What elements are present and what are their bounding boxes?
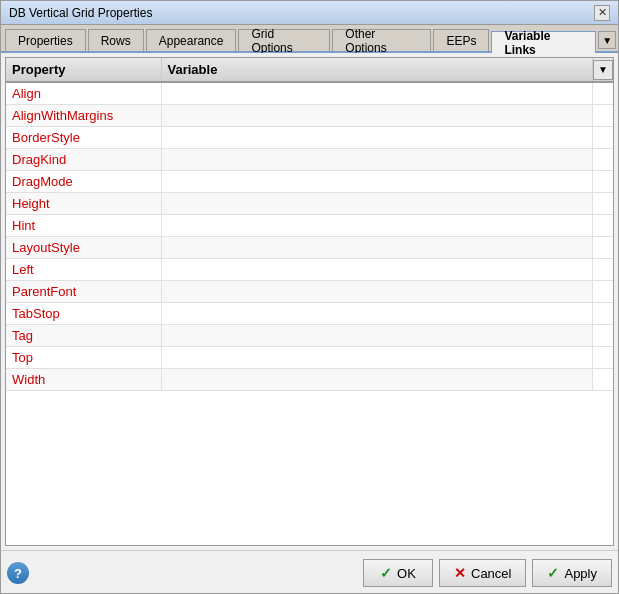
table-row: TabStop — [6, 303, 613, 325]
variable-cell[interactable] — [161, 237, 593, 259]
variable-cell[interactable] — [161, 82, 593, 105]
tabs-bar: Properties Rows Appearance Grid Options … — [1, 25, 618, 53]
table-row: Tag — [6, 325, 613, 347]
table-row: Width — [6, 369, 613, 391]
property-cell: Align — [6, 82, 161, 105]
variable-cell[interactable] — [161, 369, 593, 391]
property-cell: Tag — [6, 325, 161, 347]
properties-table-container: Property Variable ▼ Align — [5, 57, 614, 546]
apply-label: Apply — [564, 566, 597, 581]
window-title: DB Vertical Grid Properties — [9, 6, 152, 20]
ok-button[interactable]: ✓ OK — [363, 559, 433, 587]
table-row: Top — [6, 347, 613, 369]
tab-variable-links[interactable]: Variable Links — [491, 31, 596, 53]
variable-cell[interactable] — [161, 127, 593, 149]
tab-eeps[interactable]: EEPs — [433, 29, 489, 51]
variable-cell[interactable] — [161, 347, 593, 369]
table-row: Align — [6, 82, 613, 105]
property-cell: BorderStyle — [6, 127, 161, 149]
variable-cell[interactable] — [161, 193, 593, 215]
apply-button[interactable]: ✓ Apply — [532, 559, 612, 587]
table-row: DragKind — [6, 149, 613, 171]
property-cell: Height — [6, 193, 161, 215]
variable-cell[interactable] — [161, 149, 593, 171]
cancel-label: Cancel — [471, 566, 511, 581]
variable-cell[interactable] — [161, 259, 593, 281]
variable-cell[interactable] — [161, 171, 593, 193]
apply-checkmark-icon: ✓ — [547, 565, 559, 581]
column-header-dropdown: ▼ — [593, 58, 614, 82]
footer-right: ✓ OK ✕ Cancel ✓ Apply — [363, 559, 612, 587]
title-bar: DB Vertical Grid Properties ✕ — [1, 1, 618, 25]
close-button[interactable]: ✕ — [594, 5, 610, 21]
table-row: Height — [6, 193, 613, 215]
column-header-property: Property — [6, 58, 161, 82]
variable-cell[interactable] — [161, 325, 593, 347]
table-row: Left — [6, 259, 613, 281]
variable-cell[interactable] — [161, 105, 593, 127]
properties-table: Property Variable ▼ Align — [6, 58, 613, 391]
ok-checkmark-icon: ✓ — [380, 565, 392, 581]
help-button[interactable]: ? — [7, 562, 29, 584]
tab-rows[interactable]: Rows — [88, 29, 144, 51]
tab-appearance[interactable]: Appearance — [146, 29, 237, 51]
main-window: DB Vertical Grid Properties ✕ Properties… — [0, 0, 619, 594]
tabs-dropdown-button[interactable]: ▼ — [598, 31, 616, 49]
cancel-button[interactable]: ✕ Cancel — [439, 559, 526, 587]
property-cell: LayoutStyle — [6, 237, 161, 259]
footer: ? ✓ OK ✕ Cancel ✓ Apply — [1, 550, 618, 593]
property-cell: Top — [6, 347, 161, 369]
ok-label: OK — [397, 566, 416, 581]
tab-other-options[interactable]: Other Options — [332, 29, 431, 51]
variable-cell[interactable] — [161, 303, 593, 325]
variable-cell[interactable] — [161, 215, 593, 237]
property-cell: DragKind — [6, 149, 161, 171]
column-header-variable: Variable — [161, 58, 593, 82]
table-row: Hint — [6, 215, 613, 237]
tab-properties[interactable]: Properties — [5, 29, 86, 51]
table-body: Align AlignWithMargins BorderStyle DragK… — [6, 82, 613, 391]
column-dropdown-button[interactable]: ▼ — [593, 60, 613, 80]
column-dropdown-icon: ▼ — [598, 64, 608, 75]
table-row: AlignWithMargins — [6, 105, 613, 127]
table-row: LayoutStyle — [6, 237, 613, 259]
tab-grid-options[interactable]: Grid Options — [238, 29, 330, 51]
property-cell: Width — [6, 369, 161, 391]
property-cell: ParentFont — [6, 281, 161, 303]
property-cell: AlignWithMargins — [6, 105, 161, 127]
property-cell: Hint — [6, 215, 161, 237]
content-area: Property Variable ▼ Align — [1, 53, 618, 550]
property-cell: TabStop — [6, 303, 161, 325]
dropdown-arrow-icon: ▼ — [602, 35, 612, 46]
cancel-cross-icon: ✕ — [454, 565, 466, 581]
table-row: BorderStyle — [6, 127, 613, 149]
table-row: DragMode — [6, 171, 613, 193]
property-cell: DragMode — [6, 171, 161, 193]
footer-left: ? — [7, 562, 29, 584]
property-cell: Left — [6, 259, 161, 281]
variable-cell[interactable] — [161, 281, 593, 303]
table-row: ParentFont — [6, 281, 613, 303]
